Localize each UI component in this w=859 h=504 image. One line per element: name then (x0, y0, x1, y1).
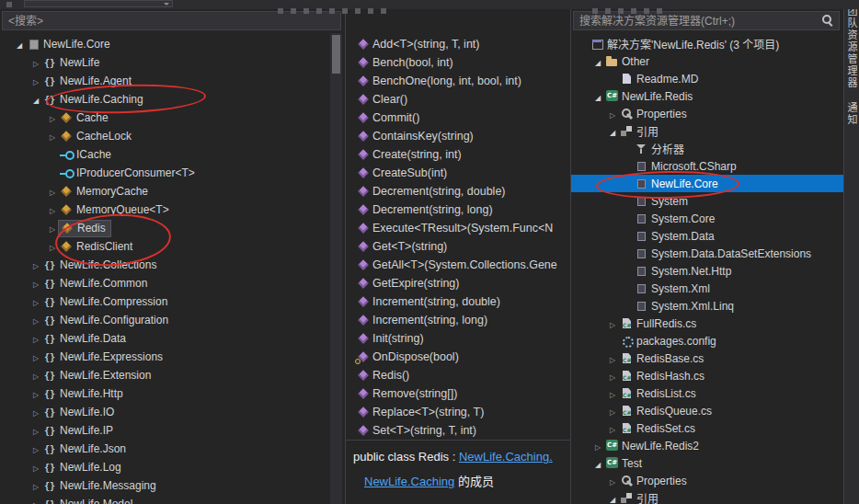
member-item-decrement-string-double[interactable]: Decrement(string, double) (346, 182, 570, 200)
toolbar-icon[interactable] (644, 8, 649, 14)
classview-item-cache[interactable]: Cache (0, 109, 345, 127)
solution-item-redisbase-cs[interactable]: RedisBase.cs (571, 349, 843, 367)
member-item-get-t-string[interactable]: Get<T>(string) (346, 237, 570, 256)
toolbar-icon[interactable] (657, 8, 662, 14)
classview-item-newlife-extension[interactable]: NewLife.Extension (0, 366, 345, 384)
solution-item-item-26[interactable]: 引用 (571, 489, 843, 504)
scrollbar-thumb[interactable] (332, 35, 340, 74)
expander-collapsed-icon[interactable] (29, 407, 42, 418)
expander-collapsed-icon[interactable] (606, 318, 619, 329)
expander-collapsed-icon[interactable] (606, 109, 619, 120)
member-item-set-t-string-t-int[interactable]: Set<T>(string, T, int) (346, 421, 570, 440)
solution-item-system-xml[interactable]: System.Xml (571, 280, 843, 297)
expander-collapsed-icon[interactable] (29, 425, 42, 436)
tab-team-explorer[interactable]: 团队资源管理器 (844, 6, 859, 89)
expander-collapsed-icon[interactable] (606, 423, 619, 434)
member-item-decrement-string-long[interactable]: Decrement(string, long) (346, 200, 570, 219)
expander-collapsed-icon[interactable] (29, 370, 42, 381)
member-item-init-string[interactable]: Init(string) (346, 329, 570, 348)
toolbar-icon[interactable] (368, 8, 373, 14)
classview-item-newlife-log[interactable]: NewLife.Log (0, 458, 345, 476)
member-item-bench-bool-int[interactable]: Bench(bool, int) (346, 53, 570, 72)
toolbar-icon[interactable] (304, 8, 309, 14)
expander-collapsed-icon[interactable] (591, 441, 604, 452)
expander-collapsed-icon[interactable] (46, 204, 59, 215)
classview-item-memoryqueue-t[interactable]: MemoryQueue<T> (0, 200, 345, 219)
toolbar-icon[interactable] (355, 8, 361, 14)
solution-item-item-5[interactable]: 引用 (571, 122, 843, 140)
toolbar-icon[interactable] (605, 8, 611, 14)
expander-collapsed-icon[interactable] (606, 371, 619, 382)
namespace-link[interactable]: NewLife.Caching (364, 475, 454, 488)
expander-collapsed-icon[interactable] (29, 351, 42, 362)
classview-item-newlife-io[interactable]: NewLife.IO (0, 403, 345, 421)
expander-collapsed-icon[interactable] (46, 131, 59, 142)
classview-item-iproducerconsumer-t[interactable]: IProducerConsumer<T> (0, 164, 345, 182)
member-item-redis[interactable]: Redis() (346, 366, 570, 384)
member-item-ondispose-bool[interactable]: OnDispose(bool) (346, 348, 570, 366)
toolbar-icon[interactable] (381, 8, 386, 14)
solution-item-redishash-cs[interactable]: RedisHash.cs (571, 367, 843, 384)
member-item-createsub-int[interactable]: CreateSub(int) (346, 164, 570, 182)
member-item-replace-t-string-t[interactable]: Replace<T>(string, T) (346, 403, 570, 421)
solution-item-newlife-redis2[interactable]: NewLife.Redis2 (571, 437, 843, 454)
toolbar-icon[interactable] (618, 8, 624, 14)
solution-item-newlife-redis[interactable]: NewLife.Redis (571, 87, 843, 105)
classview-item-newlife-compression[interactable]: NewLife.Compression (0, 292, 345, 311)
expander-collapsed-icon[interactable] (46, 241, 59, 252)
classview-item-memorycache[interactable]: MemoryCache (0, 182, 345, 200)
classview-item-icache[interactable]: ICache (0, 145, 345, 164)
expander-collapsed-icon[interactable] (606, 475, 619, 487)
classview-item-newlife-model[interactable]: NewLife.Model (0, 495, 345, 504)
member-item-remove-string[interactable]: Remove(string[]) (346, 384, 570, 403)
expander-collapsed-icon[interactable] (606, 388, 619, 399)
toolbar-icon[interactable] (631, 8, 636, 14)
member-item-containskey-string[interactable]: ContainsKey(string) (346, 127, 570, 145)
classview-item-newlife-expressions[interactable]: NewLife.Expressions (0, 348, 345, 366)
classview-item-newlife-collections[interactable]: NewLife.Collections (0, 256, 345, 274)
toolbar-icon[interactable] (6, 2, 12, 7)
solution-item-newlife-redis-3[interactable]: 解决方案'NewLife.Redis' (3 个项目) (571, 35, 843, 52)
expander-collapsed-icon[interactable] (606, 406, 619, 417)
classview-item-redisclient[interactable]: RedisClient (0, 237, 345, 256)
expander-collapsed-icon[interactable] (29, 57, 42, 68)
expander-collapsed-icon[interactable] (29, 278, 42, 289)
expander-collapsed-icon[interactable] (29, 75, 42, 86)
classview-scrollbar[interactable] (330, 33, 342, 504)
classview-item-newlife-json[interactable]: NewLife.Json (0, 440, 345, 458)
expander-collapsed-icon[interactable] (29, 315, 42, 326)
toolbar-icon[interactable] (329, 8, 335, 14)
member-item-getall-t-system-collections-gene[interactable]: GetAll<T>(System.Collections.Gene (346, 256, 570, 274)
toolbar-icon[interactable] (278, 8, 283, 14)
member-item-create-string-int[interactable]: Create(string, int) (346, 145, 570, 164)
solution-item-microsoft-csharp[interactable]: Microsoft.CSharp (571, 157, 843, 175)
solution-item-system-net-http[interactable]: System.Net.Http (571, 262, 843, 280)
expander-collapsed-icon[interactable] (29, 480, 42, 491)
expander-collapsed-icon[interactable] (46, 186, 59, 197)
expander-collapsed-icon[interactable] (29, 498, 42, 504)
expander-collapsed-icon[interactable] (29, 296, 42, 307)
member-item-increment-string-long[interactable]: Increment(string, long) (346, 311, 570, 329)
expander-expanded-icon[interactable] (591, 91, 604, 102)
classview-item-cachelock[interactable]: CacheLock (0, 127, 345, 145)
solution-item-test[interactable]: Test (571, 454, 843, 472)
solution-item-readme-md[interactable]: Readme.MD (571, 70, 843, 87)
solution-item-other[interactable]: Other (571, 52, 843, 70)
expander-expanded-icon[interactable] (606, 126, 619, 137)
solution-item-system[interactable]: System (571, 192, 843, 210)
classview-item-newlife-http[interactable]: NewLife.Http (0, 384, 345, 403)
member-item-benchone-long-int-bool-int[interactable]: BenchOne(long, int, bool, int) (346, 72, 570, 90)
expander-collapsed-icon[interactable] (29, 259, 42, 270)
solution-item-properties[interactable]: Properties (571, 472, 843, 489)
member-item-execute-tresult-system-func-n[interactable]: Execute<TResult>(System.Func<N (346, 219, 570, 237)
expander-collapsed-icon[interactable] (606, 353, 619, 364)
classview-item-newlife-agent[interactable]: NewLife.Agent (0, 72, 345, 90)
toolbar-icon[interactable] (342, 8, 348, 14)
member-item-getexpire-string[interactable]: GetExpire(string) (346, 274, 570, 292)
expander-collapsed-icon[interactable] (29, 388, 42, 399)
expander-collapsed-icon[interactable] (46, 223, 59, 234)
solution-item-system-xml-linq[interactable]: System.Xml.Linq (571, 297, 843, 315)
solution-item-packages-config[interactable]: packages.config (571, 332, 843, 349)
solution-item-fullredis-cs[interactable]: FullRedis.cs (571, 315, 843, 332)
member-item-commit[interactable]: Commit() (346, 109, 570, 127)
